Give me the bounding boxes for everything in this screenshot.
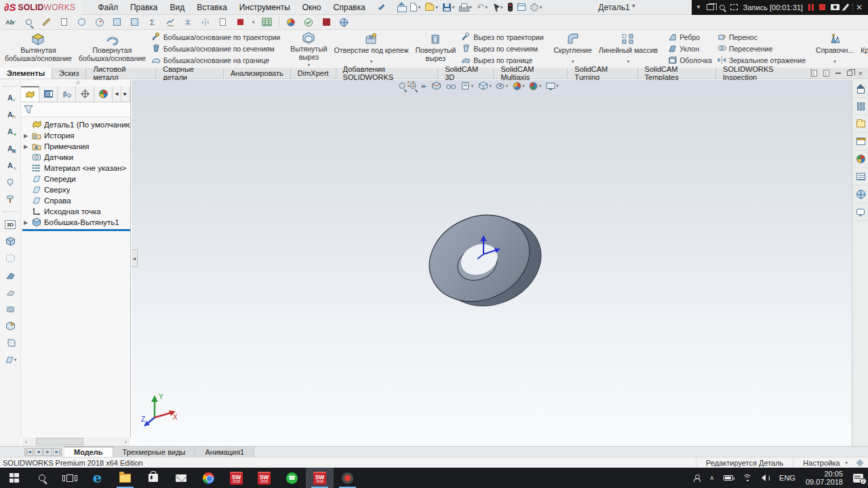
recorder-close-icon[interactable]: ✕ — [852, 3, 863, 12]
tree-item-right-plane[interactable]: Справа — [22, 195, 130, 206]
scrollbar-track[interactable] — [31, 437, 121, 446]
dynamic-annotation-views-icon[interactable] — [446, 82, 456, 90]
tab-dimxpert[interactable]: DimXpert — [291, 68, 336, 79]
panel-collapse-handle[interactable]: ◄ — [132, 249, 138, 267]
extruded-boss-button[interactable]: Вытянутаябобышка/основание — [1, 31, 75, 66]
panel-tab-left-arrow[interactable]: ◄ — [113, 86, 121, 102]
expand-arrow[interactable]: ▶ — [22, 220, 29, 226]
boundary-boss-button[interactable]: Бобышка/основание на границе — [152, 55, 280, 66]
machined-cube-icon[interactable] — [3, 319, 17, 333]
hole-wizard-button[interactable]: Отверстие под крепеж ▾ — [331, 31, 412, 66]
new-document-icon[interactable] — [410, 3, 417, 12]
customize-status[interactable]: Настройка▾ — [793, 458, 857, 468]
tree-item-origin[interactable]: Исходная точка — [22, 206, 130, 217]
rebuild-traffic-light-icon[interactable] — [508, 3, 513, 12]
export-table-icon[interactable] — [261, 16, 273, 28]
save-caret[interactable]: ▾ — [452, 5, 455, 10]
measure-icon[interactable] — [41, 16, 52, 28]
solidworks-web-icon[interactable] — [338, 16, 350, 28]
design-library-icon[interactable] — [852, 98, 868, 115]
start-button[interactable] — [0, 468, 28, 488]
costing-icon[interactable] — [303, 16, 315, 28]
deviation-analysis-icon[interactable] — [182, 16, 193, 28]
zoom-area-icon[interactable] — [410, 83, 416, 89]
plate-icon[interactable] — [3, 302, 17, 316]
battery-icon[interactable] — [719, 468, 738, 488]
recorder-window-icon[interactable] — [707, 4, 714, 10]
close-document-icon[interactable]: × — [859, 69, 863, 77]
undo-icon[interactable]: ↶ — [477, 3, 484, 11]
menu-insert[interactable]: Вставка — [191, 0, 233, 15]
revolved-cut-button[interactable]: Повернутыйвырез — [412, 31, 459, 66]
section-view-icon[interactable] — [432, 81, 441, 90]
menu-view[interactable]: Вид — [164, 0, 191, 15]
tab-weldments[interactable]: Сварные детали — [156, 68, 224, 79]
magnified-selection-icon[interactable] — [23, 16, 35, 28]
task-pane-home-icon[interactable] — [852, 80, 868, 98]
edge-icon[interactable]: e — [83, 468, 111, 488]
taskbar-search-icon[interactable] — [28, 468, 56, 488]
graphics-viewport[interactable]: ↞ ▾ ▾ ▾ ▾ ▾ ▾ ◄ — [132, 80, 852, 446]
solidworks-forum-icon[interactable] — [852, 203, 868, 221]
pin-menu-icon[interactable] — [378, 4, 385, 11]
shell-button[interactable]: Оболочка — [668, 55, 712, 66]
whatsapp-icon[interactable]: ☎ — [278, 468, 306, 488]
reference-geometry-button[interactable]: Справочн... ▾ — [812, 31, 857, 66]
select-cursor-icon[interactable] — [492, 3, 499, 12]
tree-horizontal-scrollbar[interactable]: ‹ › — [22, 437, 130, 446]
tab-solidworks-addins[interactable]: Добавления SOLIDWORKS — [336, 68, 439, 79]
annotation-edit-icon[interactable]: A✎ — [3, 108, 17, 121]
menu-help[interactable]: Справка — [328, 0, 372, 15]
menu-file[interactable]: Файл — [92, 0, 124, 15]
file-explorer-icon[interactable] — [852, 115, 868, 133]
evaluate-geometry-icon[interactable] — [129, 16, 140, 28]
volume-icon[interactable] — [757, 468, 774, 488]
options-gear-icon[interactable] — [530, 3, 538, 12]
stop-recording-icon[interactable] — [819, 4, 825, 10]
annotation-add-icon[interactable]: A+ — [3, 125, 17, 138]
equations-icon[interactable]: Σ — [146, 16, 158, 28]
language-indicator[interactable]: ENG — [774, 468, 800, 488]
rib-button[interactable]: Ребро — [668, 32, 712, 43]
tree-filter[interactable] — [21, 102, 130, 117]
fillet-caret[interactable]: ▾ — [572, 58, 574, 66]
solidworks-2016-icon[interactable]: SW2016 — [250, 468, 278, 488]
solidworks-2018-running-icon[interactable]: SW2018 — [306, 468, 334, 488]
rounded-cube-icon[interactable] — [3, 336, 17, 350]
mass-properties-icon[interactable] — [58, 16, 70, 28]
recorder-region-icon[interactable] — [730, 4, 738, 10]
file-properties-icon[interactable] — [517, 3, 526, 11]
tab-model[interactable]: Модель — [64, 447, 113, 457]
annotation-list-icon[interactable]: A≡ — [3, 159, 17, 172]
panel-tab-right-arrow[interactable]: ► — [121, 86, 130, 102]
lofted-cut-button[interactable]: Вырез по сечениям — [462, 43, 543, 54]
symmetry-check-icon[interactable] — [199, 16, 211, 28]
tree-item-top-plane[interactable]: Сверху — [22, 184, 130, 195]
tab-solidworks-inspection[interactable]: SOLIDWORKS Inspection — [716, 68, 811, 79]
tab-display-manager[interactable] — [94, 86, 113, 102]
feature-cube-icon[interactable] — [3, 235, 17, 248]
home-icon[interactable] — [397, 3, 406, 11]
fillet-button[interactable]: Скругление ▾ — [551, 31, 595, 66]
swept-cut-button[interactable]: Вырез по траектории — [462, 32, 543, 43]
last-tab-icon[interactable]: ►| — [53, 448, 62, 456]
menu-window[interactable]: Окно — [296, 0, 328, 15]
tree-item-material[interactable]: Материал <не указан> — [22, 163, 130, 174]
solidworks-2018-icon[interactable]: SW2018 — [222, 468, 250, 488]
tab-property-manager[interactable] — [39, 86, 58, 102]
panel-grip-dot[interactable] — [76, 81, 80, 85]
tab-sketch[interactable]: Эскиз — [52, 68, 86, 79]
screenshot-camera-icon[interactable] — [831, 4, 840, 10]
screen-recorder-app-icon[interactable] — [334, 468, 361, 488]
annotation-copy-icon[interactable]: A▣ — [3, 142, 17, 155]
action-center-icon[interactable]: 2 — [848, 468, 868, 488]
recorder-menu-caret[interactable]: ▼ — [696, 4, 701, 10]
draft-button[interactable]: Уклон — [668, 43, 712, 54]
pane-right-icon[interactable] — [823, 70, 829, 77]
tree-root-part[interactable]: Деталь1 (По умолчанию<<По — [22, 119, 130, 130]
sketch-plane-icon[interactable]: ▾ — [3, 353, 17, 367]
tree-item-annotations[interactable]: ▶ A Примечания — [22, 141, 130, 152]
select-caret[interactable]: ▾ — [500, 5, 503, 10]
sustainability-icon[interactable] — [321, 16, 332, 28]
scrollbar-thumb[interactable] — [36, 438, 83, 445]
